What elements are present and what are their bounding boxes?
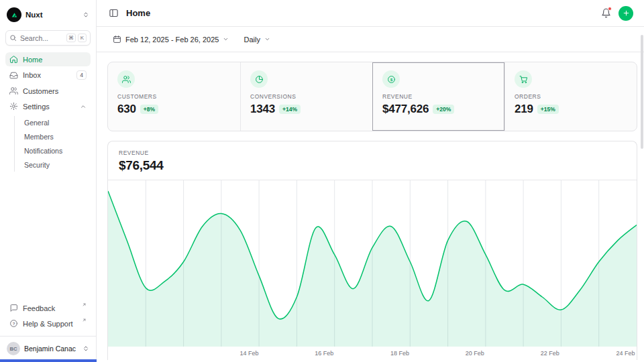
chart-revenue-value: $76,544 (119, 158, 626, 173)
chevrons-up-down-icon (83, 345, 89, 352)
sidebar-subitem-members[interactable]: Members (21, 130, 91, 143)
stat-card-conversions[interactable]: CONVERSIONS 1343 +14% (240, 62, 372, 131)
external-link-icon (82, 302, 87, 307)
message-icon (9, 304, 18, 312)
user-name: Benjamin Canac (24, 345, 78, 353)
sidebar-item-help-support[interactable]: ? Help & Support (5, 316, 91, 330)
chevron-down-icon (223, 36, 229, 42)
users-icon (122, 75, 131, 84)
inbox-icon (9, 71, 18, 80)
dollar-circle-icon: $ (387, 75, 396, 84)
scrollbar-thumb[interactable] (641, 35, 643, 149)
stat-value: 630 (117, 103, 136, 116)
x-axis-label: 22 Feb (541, 350, 559, 357)
revenue-area-chart (108, 180, 637, 347)
help-circle-icon: ? (9, 319, 18, 328)
sidebar-item-home[interactable]: Home (5, 52, 91, 66)
stat-card-orders[interactable]: ORDERS 219 +15% (504, 62, 637, 131)
kbd-cmd: ⌘ (66, 34, 76, 42)
plus-icon (623, 9, 630, 17)
sidebar-item-settings[interactable]: Settings (5, 99, 91, 113)
team-name: Nuxt (25, 11, 78, 19)
search-placeholder: Search... (20, 34, 63, 42)
kbd-k: K (78, 34, 87, 42)
content-area: CUSTOMERS 630 +8% CONVERSIONS 1343 +14% (97, 52, 644, 362)
chevrons-up-down-icon (83, 11, 89, 18)
chart-revenue-label: REVENUE (119, 149, 626, 156)
sidebar-toggle-button[interactable] (107, 7, 120, 19)
page-title: Home (126, 8, 150, 18)
stat-delta-badge: +15% (537, 105, 559, 114)
stat-value: $477,626 (382, 103, 429, 116)
stat-delta-badge: +8% (140, 105, 158, 114)
pie-chart-icon (255, 75, 264, 84)
stat-label: REVENUE (382, 93, 495, 100)
stat-value: 219 (515, 103, 533, 116)
revenue-chart[interactable] (108, 180, 637, 347)
svg-text:$: $ (390, 76, 392, 81)
app-root: Nuxt Search... ⌘K Home Inbox 4 (0, 0, 644, 362)
gear-icon (9, 102, 18, 111)
search-icon (9, 34, 17, 42)
x-axis-label: 24 Feb (616, 350, 635, 357)
stat-label: CUSTOMERS (117, 93, 231, 100)
sidebar-item-feedback[interactable]: Feedback (5, 301, 91, 315)
search-shortcut: ⌘K (66, 34, 87, 42)
sidebar-item-customers[interactable]: Settings Customers (5, 84, 91, 98)
stat-value: 1343 (250, 103, 275, 116)
svg-text:?: ? (13, 322, 15, 326)
stat-label: CONVERSIONS (250, 93, 363, 100)
nuxt-logo-icon (7, 7, 21, 22)
users-icon (9, 86, 18, 95)
sidebar-subitem-security[interactable]: Security (21, 158, 91, 172)
scrollbar[interactable] (641, 29, 643, 359)
stats-row: CUSTOMERS 630 +8% CONVERSIONS 1343 +14% (107, 62, 637, 131)
chevron-down-icon (264, 36, 270, 42)
settings-sub-list: General Members Notifications Security (14, 116, 91, 172)
chevron-up-icon (80, 103, 87, 110)
add-button[interactable] (619, 6, 633, 21)
team-switcher[interactable]: Nuxt (5, 5, 91, 24)
stat-card-revenue[interactable]: $ REVENUE $477,626 +20% (372, 62, 504, 131)
user-menu[interactable]: BC Benjamin Canac (5, 337, 91, 357)
sidebar-subitem-general[interactable]: General (21, 116, 91, 129)
stat-label: ORDERS (515, 93, 627, 100)
sidebar-nav: Home Inbox 4 Settings Customers Settings (5, 52, 91, 173)
notification-dot (608, 7, 612, 11)
x-axis-label: 16 Feb (315, 350, 333, 357)
granularity-label: Daily (244, 36, 260, 44)
filters-toolbar: Feb 12, 2025 - Feb 26, 2025 Daily (97, 27, 644, 52)
inbox-count-badge: 4 (76, 70, 87, 80)
sidebar-spacer (5, 173, 91, 301)
cart-icon (519, 75, 528, 84)
home-icon (9, 55, 18, 64)
main-area: Home Feb 12, 2025 - Feb 26, 2025 Daily (97, 0, 644, 362)
date-range-picker[interactable]: Feb 12, 2025 - Feb 26, 2025 (107, 32, 234, 47)
date-range-label: Feb 12, 2025 - Feb 26, 2025 (125, 36, 219, 44)
sidebar-item-inbox[interactable]: Inbox 4 (5, 68, 91, 82)
avatar: BC (7, 342, 20, 355)
revenue-chart-card: REVENUE $76,544 14 Feb16 Feb18 Feb20 Feb… (107, 141, 637, 360)
chart-header: REVENUE $76,544 (108, 141, 637, 180)
sidebar: Nuxt Search... ⌘K Home Inbox 4 (0, 0, 97, 362)
search-input[interactable]: Search... ⌘K (5, 30, 91, 46)
stat-delta-badge: +20% (433, 105, 454, 114)
panel-left-icon (109, 8, 119, 18)
granularity-select[interactable]: Daily (238, 32, 275, 47)
x-axis-label: 20 Feb (466, 350, 484, 357)
top-bar: Home (97, 0, 644, 27)
external-link-icon (82, 318, 87, 322)
calendar-icon (113, 35, 121, 44)
x-axis-labels: 14 Feb16 Feb18 Feb20 Feb22 Feb24 Feb (108, 347, 637, 360)
x-axis-label: 14 Feb (239, 350, 258, 357)
bottom-edge-artifact (0, 359, 97, 362)
sidebar-footer: Feedback ? Help & Support (5, 301, 91, 330)
sidebar-subitem-notifications[interactable]: Notifications (21, 144, 91, 158)
stat-delta-badge: +14% (279, 105, 301, 114)
stat-card-customers[interactable]: CUSTOMERS 630 +8% (108, 62, 240, 131)
x-axis-label: 18 Feb (390, 350, 409, 357)
notifications-button[interactable] (600, 7, 612, 19)
